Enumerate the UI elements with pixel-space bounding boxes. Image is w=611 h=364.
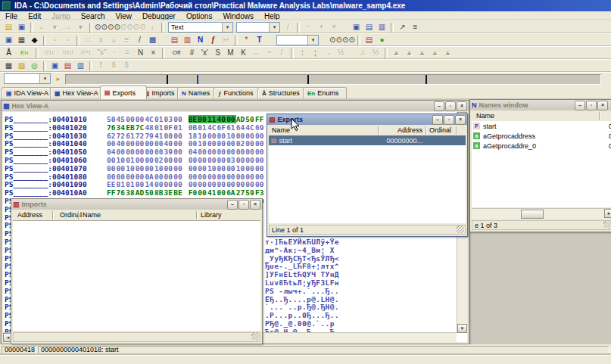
names-row-start[interactable]: Fstart0 xyxy=(472,121,611,131)
callgraph-chart-2-button[interactable]: ▲ xyxy=(441,48,454,59)
menu-file[interactable]: File xyxy=(0,12,23,20)
exports-list[interactable]: ▤start00000000... xyxy=(269,135,466,223)
wrench-tool-button[interactable]: / xyxy=(133,35,146,46)
make-enum-member-button[interactable]: M xyxy=(224,48,237,59)
restore-icon[interactable]: ▫ xyxy=(238,200,249,210)
chevron-down-icon[interactable]: ▾ xyxy=(39,74,50,83)
erase-button[interactable]: / xyxy=(282,22,295,33)
imports-titlebar[interactable]: ▥ Imports – ▫ × xyxy=(11,199,262,210)
column-name[interactable]: Name xyxy=(83,211,101,219)
callgraph-xrefs-from-button[interactable]: ▲ xyxy=(403,48,416,59)
chevron-down-icon[interactable]: ▾ xyxy=(307,36,318,45)
enums-tool-button[interactable]: En xyxy=(15,48,33,59)
menu-options[interactable]: Options xyxy=(181,12,217,20)
colon-comment-button[interactable]: : xyxy=(296,48,309,59)
search-type-combo[interactable]: Text▾ xyxy=(168,22,233,33)
make-align-button[interactable]: · xyxy=(108,48,121,59)
scroll-right-icon[interactable]: ► xyxy=(604,209,611,218)
callgraph-chart-1-button[interactable]: ▲ xyxy=(429,48,441,59)
start-debugger-button[interactable]: ● xyxy=(376,35,388,46)
hex-view-titlebar[interactable]: ▦ Hex View-A – ▫ × xyxy=(2,101,469,111)
column-address[interactable]: Address xyxy=(382,126,422,134)
analyze-area-button[interactable]: ▵ xyxy=(108,35,120,46)
edit-comment-button[interactable]: / xyxy=(276,48,288,59)
minimize-icon[interactable]: – xyxy=(434,101,444,111)
callgraph-xrefs-to-button[interactable]: ▲ xyxy=(390,48,403,59)
crossrefs-button[interactable]: x xyxy=(95,35,108,46)
jump-forward-list-button[interactable]: ▾ xyxy=(74,22,87,33)
minimize-icon[interactable]: – xyxy=(575,101,585,110)
column-name[interactable]: Name xyxy=(476,112,494,120)
make-code-button[interactable]: 01c xyxy=(41,48,59,59)
windows-cascade-button[interactable]: ▣ xyxy=(350,22,363,33)
rename-button[interactable]: N xyxy=(134,48,147,59)
tab-exports[interactable]: ▤Exports xyxy=(100,86,147,99)
close-icon[interactable]: × xyxy=(250,200,260,210)
names-header[interactable]: Name xyxy=(472,111,611,122)
restore-icon[interactable]: ▫ xyxy=(444,115,454,125)
column-address[interactable]: Address xyxy=(17,211,42,219)
menu-windows[interactable]: Windows xyxy=(217,12,259,20)
search-text-button[interactable]: ⊙⊙ xyxy=(95,22,108,33)
resize-grip[interactable] xyxy=(603,221,611,229)
imports-list[interactable] xyxy=(13,221,260,331)
open-file-button[interactable]: ▤ xyxy=(2,22,15,33)
make-variable-button[interactable]: = xyxy=(121,48,134,59)
menu-view[interactable]: View xyxy=(111,12,138,20)
tab-hex-view-a[interactable]: ▦Hex View-A xyxy=(50,87,108,98)
scrollbar-thumb[interactable] xyxy=(521,210,544,219)
number-base-button[interactable]: ½ xyxy=(335,48,348,59)
window-dialog-button[interactable]: ▦ xyxy=(15,35,28,46)
gear-button[interactable]: ◎ xyxy=(28,61,41,72)
colors-button[interactable]: ▩ xyxy=(146,35,159,46)
search-binary-button[interactable]: ⊙⊙ xyxy=(120,22,133,33)
function-ops-3-button[interactable]: fi xyxy=(120,61,133,72)
function-ops-2-button[interactable]: fi xyxy=(108,61,120,72)
search-again-button[interactable]: ⊙⊙ xyxy=(108,22,120,33)
make-stackvar-button[interactable]: K xyxy=(237,48,250,59)
semicolon-comment-button[interactable]: ; xyxy=(309,48,322,59)
restore-icon[interactable]: ▫ xyxy=(445,101,456,111)
open-imports-button[interactable]: ▥ xyxy=(181,35,194,46)
debugger-combo[interactable]: ▾ xyxy=(276,35,319,45)
scroll-down-icon[interactable]: ▼ xyxy=(457,324,467,333)
make-unknown-button[interactable]: 0?1 xyxy=(77,48,95,59)
print-button[interactable]: ≡ xyxy=(120,35,133,46)
resize-grip[interactable] xyxy=(251,333,259,341)
script-button[interactable]: ▨ xyxy=(15,61,28,72)
windows-list-button[interactable]: ≡ xyxy=(409,22,422,33)
open-names-button[interactable]: N xyxy=(194,35,207,46)
menu-debugger[interactable]: Debugger xyxy=(137,12,181,20)
jump-back-list-button[interactable]: ▾ xyxy=(48,22,61,33)
names-titlebar[interactable]: N Names window – ▫ × xyxy=(470,100,611,110)
open-functions-button[interactable]: ƒ xyxy=(207,35,220,46)
search-binary-again-button[interactable]: ⊙⊙ xyxy=(133,22,146,33)
next-unexplored-button[interactable]: ▫ xyxy=(61,35,74,46)
new-window-button[interactable]: ▣ xyxy=(2,35,15,46)
make-data-button[interactable]: 01d xyxy=(59,48,77,59)
jump-address-button[interactable]: ↓ xyxy=(146,22,159,33)
make-segment-button[interactable]: S xyxy=(211,48,224,59)
names-row-aGetprocaddress[interactable]: aaGetprocaddress0 xyxy=(472,131,611,141)
open-exports-button[interactable]: ▤ xyxy=(168,35,181,46)
names-list[interactable]: Fstart0aaGetprocaddress0aaGetprocaddre_0… xyxy=(472,121,611,207)
open-strings-button[interactable]: ∺ xyxy=(220,35,232,46)
minimize-icon[interactable]: – xyxy=(432,115,443,125)
structs-tool-button[interactable]: Å xyxy=(2,48,15,59)
names-horizontal-scrollbar[interactable]: ► xyxy=(472,208,611,219)
make-char-button[interactable]: 'x' xyxy=(198,48,211,59)
breakpoints-flower-button[interactable]: * xyxy=(240,35,253,46)
calculator-button[interactable]: ▦ xyxy=(2,61,15,72)
restore-icon[interactable]: ▫ xyxy=(586,101,597,110)
patch-bytes-button[interactable]: ∷ xyxy=(82,35,95,46)
search-value-combo[interactable]: ▾ xyxy=(236,22,280,33)
swap-operands-button[interactable]: ↔ xyxy=(250,48,263,59)
chevron-down-icon[interactable]: ▾ xyxy=(222,23,232,32)
save-desktop-button[interactable]: ▤ xyxy=(61,61,74,72)
byte-order-button[interactable]: ½ xyxy=(369,48,382,59)
menu-edit[interactable]: Edit xyxy=(23,12,46,20)
title-bar[interactable]: IDA - C:\Documents and Settings\Admin\Ра… xyxy=(0,0,611,11)
resize-grip[interactable] xyxy=(457,226,464,233)
imports-header[interactable]: Address Ordinal Name Library xyxy=(13,210,260,221)
close-icon[interactable]: × xyxy=(597,101,608,110)
